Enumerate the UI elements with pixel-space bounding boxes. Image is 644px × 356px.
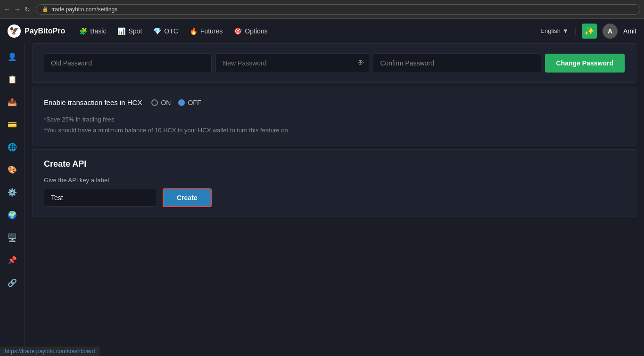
- logo-area: 🦅 PayBitoPro: [8, 24, 65, 38]
- create-button-wrap: Create: [163, 188, 212, 207]
- new-password-wrap: 👁: [215, 53, 369, 73]
- radio-off[interactable]: OFF: [178, 99, 201, 106]
- eye-icon[interactable]: 👁: [357, 59, 364, 67]
- url-bar[interactable]: 🔒 trade.paybito.com/settings: [36, 4, 640, 15]
- new-password-input[interactable]: [215, 53, 369, 73]
- language-selector[interactable]: English ▼: [540, 27, 569, 34]
- radio-off-dot: [178, 99, 185, 106]
- user-name: Amit: [623, 27, 636, 35]
- options-emoji: 🎯: [234, 27, 242, 35]
- spot-emoji: 📊: [117, 27, 125, 35]
- sidebar-icon-theme[interactable]: 🎨: [5, 162, 20, 177]
- forward-icon[interactable]: →: [14, 6, 21, 13]
- sidebar-icon-globe[interactable]: 🌐: [5, 139, 20, 154]
- api-section: Create API Give the API key a label Crea…: [32, 149, 636, 217]
- logo-text: PayBitoPro: [25, 27, 65, 35]
- futures-emoji: 🔥: [190, 27, 198, 35]
- star-icon: ✨: [584, 26, 594, 36]
- nav-items: 🧩 Basic 📊 Spot 💎 OTC 🔥 Futures 🎯 Options: [79, 27, 540, 35]
- reload-icon[interactable]: ↻: [25, 6, 30, 13]
- status-bar: https://trade.paybito.com/dashboard: [0, 347, 99, 356]
- nav-otc[interactable]: 💎 OTC: [153, 27, 178, 35]
- nav-spot[interactable]: 📊 Spot: [117, 27, 142, 35]
- sidebar-icon-world[interactable]: 🌍: [5, 207, 20, 222]
- sidebar-icon-transfer[interactable]: 📤: [5, 94, 20, 109]
- radio-on[interactable]: ON: [151, 99, 171, 106]
- nav-basic[interactable]: 🧩 Basic: [79, 27, 106, 35]
- hcx-title-row: Enable transaction fees in HCX ON OFF: [44, 98, 625, 106]
- password-row: Old Password 👁 Confirm Password Change P…: [44, 53, 625, 73]
- avatar: A: [603, 24, 618, 39]
- radio-on-dot: [151, 99, 158, 106]
- nav-options[interactable]: 🎯 Options: [234, 27, 267, 35]
- api-key-input[interactable]: [44, 189, 157, 207]
- sidebar-icon-link[interactable]: 🔗: [5, 275, 20, 290]
- lock-icon: 🔒: [42, 6, 49, 12]
- api-input-row: Create: [44, 188, 625, 207]
- sidebar-icon-list[interactable]: 📋: [5, 72, 20, 87]
- content-area: Old Password 👁 Confirm Password Change P…: [25, 43, 644, 356]
- logo-icon: 🦅: [8, 24, 21, 38]
- sidebar-icon-display[interactable]: 🖥️: [5, 230, 20, 245]
- hcx-note-1: *Save 25% in trading fees: [44, 116, 625, 123]
- sidebar-icon-profile[interactable]: 👤: [5, 49, 20, 64]
- main-layout: 👤 📋 📤 💳 🌐 🎨 ⚙️ 🌍 🖥️ 📌 🔗 Old Password 👁: [0, 43, 644, 356]
- url-text: trade.paybito.com/settings: [51, 6, 117, 13]
- back-icon[interactable]: ←: [4, 6, 10, 13]
- api-label: Give the API key a label: [44, 177, 625, 184]
- browser-chrome: ← → ↻ 🔒 trade.paybito.com/settings: [0, 0, 644, 19]
- app-bar: 🦅 PayBitoPro 🧩 Basic 📊 Spot 💎 OTC 🔥 Futu…: [0, 19, 644, 43]
- change-password-button[interactable]: Change Password: [545, 54, 625, 73]
- create-button[interactable]: Create: [164, 189, 211, 206]
- browser-nav[interactable]: ← → ↻: [4, 6, 30, 13]
- confirm-password-field: Confirm Password: [373, 53, 541, 73]
- sidebar-icon-settings[interactable]: ⚙️: [5, 185, 20, 200]
- sidebar: 👤 📋 📤 💳 🌐 🎨 ⚙️ 🌍 🖥️ 📌 🔗: [0, 43, 25, 356]
- hcx-section: Enable transaction fees in HCX ON OFF *S…: [32, 87, 636, 146]
- password-section: Old Password 👁 Confirm Password Change P…: [32, 43, 636, 83]
- api-title: Create API: [44, 159, 625, 169]
- radio-group: ON OFF: [151, 99, 201, 106]
- logo-emoji: 🦅: [9, 26, 19, 35]
- otc-emoji: 💎: [153, 27, 161, 35]
- right-controls: English ▼ | ✨ A Amit: [540, 24, 636, 39]
- sidebar-icon-card[interactable]: 💳: [5, 117, 20, 132]
- basic-emoji: 🧩: [79, 27, 87, 35]
- sidebar-icon-pin[interactable]: 📌: [5, 252, 20, 267]
- nav-futures[interactable]: 🔥 Futures: [190, 27, 223, 35]
- hcx-note-2: *You should have a minimum balance of 10…: [44, 127, 625, 134]
- old-password-field: Old Password: [44, 53, 212, 73]
- star-button[interactable]: ✨: [582, 24, 597, 39]
- chevron-down-icon: ▼: [562, 27, 569, 34]
